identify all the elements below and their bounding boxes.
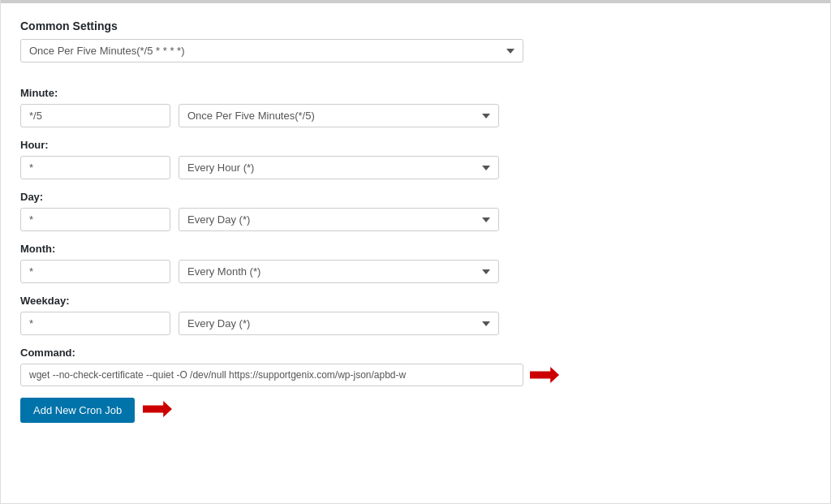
hour-input[interactable]: [20, 156, 170, 179]
add-cron-job-button[interactable]: Add New Cron Job: [20, 398, 135, 423]
weekday-label: Weekday:: [20, 295, 811, 307]
command-input[interactable]: [20, 364, 523, 386]
page-wrapper: Common Settings Once Per Five Minutes(*/…: [0, 0, 831, 504]
hour-label: Hour:: [20, 139, 811, 151]
common-settings-label: Common Settings: [20, 19, 811, 32]
hour-select[interactable]: Every Hour (*) Once Per Day (0): [179, 156, 499, 179]
month-group: Month: Every Month (*) January (1): [20, 243, 811, 283]
weekday-select[interactable]: Every Day (*) Sunday (0): [179, 312, 499, 335]
day-input[interactable]: [20, 208, 170, 231]
minute-label: Minute:: [20, 87, 811, 99]
command-label: Command:: [20, 347, 811, 359]
svg-marker-0: [530, 367, 559, 383]
day-label: Day:: [20, 191, 811, 203]
command-group: Command:: [20, 347, 811, 386]
command-arrow-icon: [530, 366, 559, 384]
hour-row: Every Hour (*) Once Per Day (0): [20, 156, 811, 179]
day-select[interactable]: Every Day (*) First Day (1): [179, 208, 499, 231]
svg-marker-1: [143, 401, 172, 417]
common-settings-group: Common Settings Once Per Five Minutes(*/…: [20, 19, 811, 75]
minute-input[interactable]: [20, 104, 170, 127]
month-label: Month:: [20, 243, 811, 255]
common-settings-select[interactable]: Once Per Five Minutes(*/5 * * * *) Once …: [20, 39, 523, 62]
button-arrow-icon: [143, 400, 172, 420]
month-select[interactable]: Every Month (*) January (1): [179, 260, 499, 283]
top-border: [1, 0, 830, 3]
month-row: Every Month (*) January (1): [20, 260, 811, 283]
command-row: [20, 364, 811, 386]
day-group: Day: Every Day (*) First Day (1): [20, 191, 811, 231]
weekday-row: Every Day (*) Sunday (0): [20, 312, 811, 335]
weekday-group: Weekday: Every Day (*) Sunday (0): [20, 295, 811, 335]
minute-group: Minute: Once Per Five Minutes(*/5) Every…: [20, 87, 811, 127]
button-row: Add New Cron Job: [20, 398, 811, 423]
minute-row: Once Per Five Minutes(*/5) Every Minute …: [20, 104, 811, 127]
day-row: Every Day (*) First Day (1): [20, 208, 811, 231]
month-input[interactable]: [20, 260, 170, 283]
hour-group: Hour: Every Hour (*) Once Per Day (0): [20, 139, 811, 179]
minute-select[interactable]: Once Per Five Minutes(*/5) Every Minute …: [179, 104, 499, 127]
weekday-input[interactable]: [20, 312, 170, 335]
